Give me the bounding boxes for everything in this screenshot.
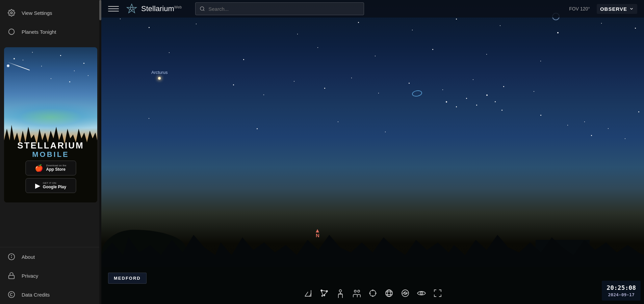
asterism-tool-button[interactable] [317,286,332,301]
eye-button[interactable] [414,286,429,301]
fullscreen-button[interactable] [430,286,445,301]
svg-point-8 [200,7,204,10]
sky-star [456,19,457,20]
sky-star [540,61,541,61]
appstore-name: App Store [46,167,66,172]
fullscreen-icon [433,288,442,298]
sky-star [466,98,467,99]
sidebar-top-section: View Settings Planets Tonight [0,0,101,45]
people-icon [352,288,361,298]
planets-tonight-label: Planets Tonight [22,29,56,35]
brand-mobile: MOBILE [17,150,84,159]
person-tool-button[interactable] [333,286,348,301]
sky-star [591,135,592,136]
sky-star [495,101,496,102]
hamburger-button[interactable] [108,3,119,14]
about-label: About [22,254,35,260]
globe-icon [384,288,394,298]
star-dot [51,78,51,79]
appstore-button[interactable]: 🍎 Download on the App Store [25,161,76,175]
sky-star [233,84,234,85]
sidebar-item-about[interactable]: About [0,247,101,266]
apple-icon: 🍎 [35,164,43,172]
lock-icon [7,271,16,280]
sky-star [486,54,487,55]
reticle-button[interactable] [365,286,380,301]
circle-icon [7,27,16,36]
svg-line-9 [203,10,204,11]
sky-star [486,94,488,96]
playstore-button[interactable]: ▶ GET IT ON Google Play [25,178,76,193]
sky-star [442,89,443,90]
sky-star [149,27,150,28]
sidebar: View Settings Planets Tonight [0,0,101,304]
sky-star [557,32,559,33]
svg-point-21 [358,290,360,292]
logo-area: StellariumWeb [126,3,182,15]
hamburger-line [108,6,119,7]
arcturus-label: Arcturus [151,70,168,75]
svg-point-7 [130,7,133,10]
shooting-star [7,62,30,71]
svg-point-10 [321,290,322,291]
sidebar-item-data-credits[interactable]: Data Credits [0,285,101,304]
clock-date: 2024-09-17 [607,292,636,298]
svg-point-17 [339,290,341,292]
globe-button[interactable] [382,286,396,301]
search-input[interactable] [208,6,360,12]
star-dot [69,81,70,82]
sky-star [446,101,447,103]
sky-star [317,47,318,48]
app-title-sup: Web [174,5,182,9]
sky-star [385,132,386,132]
compass-north: N [316,229,319,238]
fov-label: FOV 120° [569,6,590,11]
atmosphere-icon [401,288,410,298]
sidebar-scrollbar-track [99,0,101,304]
sidebar-item-planets-tonight[interactable]: Planets Tonight [0,22,101,41]
bottom-toolbar [301,286,445,301]
sky-star [534,91,534,92]
view-settings-label: View Settings [22,10,52,16]
sky-star [149,118,149,119]
clock-display: 20:25:08 2024-09-17 [602,281,641,301]
angle-tool-button[interactable] [301,286,315,301]
star-dot [41,66,42,66]
sky-star [196,24,197,24]
comet-head [7,64,9,67]
stellarium-logo-icon [126,3,138,15]
people-tool-button[interactable] [349,286,364,301]
svg-point-28 [387,290,391,297]
sky-star [294,81,294,82]
observe-label: OBSERVE [600,6,627,12]
star-dot [32,52,33,53]
hamburger-line [108,11,119,11]
eye-icon [417,288,426,298]
star-dot [14,58,15,59]
sky-star [375,56,376,56]
play-icon: ▶ [35,182,40,190]
search-icon [200,6,205,11]
playstore-name: Google Play [43,185,66,189]
sky-star [257,128,258,129]
reticle-icon [368,288,378,298]
hamburger-line [108,8,119,9]
sidebar-item-view-settings[interactable]: View Settings [0,3,101,22]
star-dot [74,71,75,71]
atmosphere-button[interactable] [398,286,413,301]
info-icon [7,252,16,261]
sky-star [625,138,625,139]
observe-button[interactable]: OBSERVE [597,4,637,14]
sky-star [500,25,500,26]
sky-star [351,78,352,78]
sky-star [297,34,298,34]
svg-line-16 [321,291,323,295]
sky-star [601,23,602,24]
svg-point-34 [421,293,422,294]
sidebar-item-privacy[interactable]: Privacy [0,266,101,285]
search-box[interactable] [195,2,364,15]
sky-star [638,111,639,112]
sky-star [412,30,413,30]
svg-point-27 [386,290,392,297]
sky-star [584,121,585,122]
